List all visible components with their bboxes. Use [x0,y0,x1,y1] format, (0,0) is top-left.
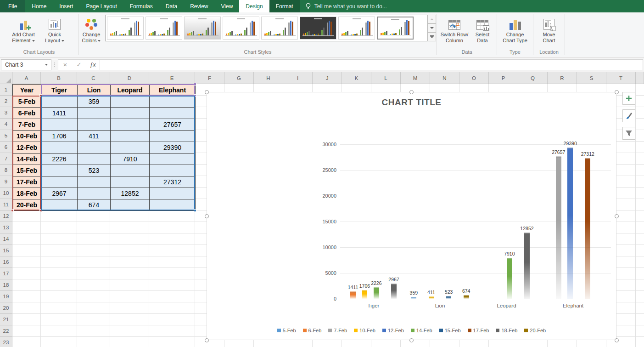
row-header-8[interactable]: 8 [0,165,12,176]
chart-legend[interactable]: 5-Feb6-Feb7-Feb10-Feb12-Feb14-Feb15-Feb1… [207,328,616,333]
table-cell[interactable]: 29390 [150,142,196,154]
column-header-N[interactable]: N [430,72,459,84]
row-header-1[interactable]: 1 [0,84,12,96]
select-data-button[interactable]: Select Data [470,15,494,44]
formula-input[interactable] [100,59,643,70]
column-header-F[interactable]: F [195,72,224,84]
column-header-E[interactable]: E [149,72,195,84]
tab-design[interactable]: Design [239,0,269,12]
cancel-button[interactable]: × [58,61,72,68]
switch-row-column-button[interactable]: Switch Row/ Column [439,15,470,44]
table-cell[interactable]: 1411 [41,108,78,119]
table-cell[interactable] [78,188,111,199]
table-cell[interactable] [111,176,150,188]
bar-12-Feb-elephant[interactable] [567,148,573,299]
gallery-more-button[interactable] [427,33,436,41]
gallery-scroll-up-button[interactable] [427,15,436,23]
table-cell[interactable] [41,199,78,211]
table-cell[interactable] [150,96,196,108]
table-cell[interactable]: 12-Feb [13,142,41,154]
bar-14-Feb-tiger[interactable] [374,287,379,299]
table-cell[interactable] [111,108,150,119]
bar-18-Feb-leopard[interactable] [524,233,530,299]
column-header-M[interactable]: M [401,72,430,84]
row-header-11[interactable]: 11 [0,199,12,210]
tab-file[interactable]: File [0,0,25,12]
table-cell[interactable] [150,165,196,176]
column-header-K[interactable]: K [342,72,371,84]
row-header-7[interactable]: 7 [0,153,12,165]
tab-view[interactable]: View [215,0,240,12]
tab-home[interactable]: Home [25,0,53,12]
row-header-19[interactable]: 19 [0,291,12,302]
range-fill-handle[interactable] [39,209,42,212]
table-cell[interactable] [41,119,78,131]
range-fill-handle[interactable] [11,209,14,212]
table-cell[interactable] [150,154,196,165]
table-cell[interactable]: 5-Feb [13,96,41,108]
table-cell[interactable] [41,142,78,154]
chart-style-thumbnail-style-3[interactable] [184,17,221,40]
column-header-C[interactable]: C [77,72,110,84]
bar-10-Feb-lion[interactable] [429,296,434,299]
chart-resize-handle[interactable] [409,338,414,342]
table-header-cell[interactable]: Elephant [150,85,196,96]
table-header-cell[interactable]: Year [13,85,41,96]
legend-item-12-Feb[interactable]: 12-Feb [382,328,404,333]
table-cell[interactable] [111,131,150,142]
row-header-3[interactable]: 3 [0,107,12,119]
chart-style-thumbnail-style-4[interactable] [223,17,259,40]
chart-resize-handle[interactable] [205,338,209,342]
table-cell[interactable]: 12852 [111,188,150,199]
row-header-20[interactable]: 20 [0,302,12,314]
chart-resize-handle[interactable] [205,90,209,94]
chart-resize-handle[interactable] [615,214,619,218]
legend-item-18-Feb[interactable]: 18-Feb [496,328,517,333]
bar-14-Feb-leopard[interactable] [507,258,512,299]
table-cell[interactable] [111,142,150,154]
chart-style-thumbnail-style-5[interactable] [261,17,298,40]
name-box[interactable]: Chart 3 [1,59,51,70]
table-cell[interactable] [78,108,111,119]
column-header-J[interactable]: J [313,72,342,84]
chart-object[interactable]: CHART TITLE 0500010000150002000025000300… [207,92,616,340]
chart-resize-handle[interactable] [615,338,619,342]
table-cell[interactable] [150,108,196,119]
change-chart-type-button[interactable]: Change Chart Type [499,15,531,44]
table-cell[interactable]: 27312 [150,176,196,188]
tab-page-layout[interactable]: Page Layout [79,0,123,12]
table-cell[interactable]: 7910 [111,154,150,165]
row-header-23[interactable]: 23 [0,337,12,347]
bar-6-Feb-tiger[interactable] [350,291,356,299]
column-header-G[interactable]: G [224,72,254,84]
enter-button[interactable]: ✓ [72,61,86,68]
legend-item-10-Feb[interactable]: 10-Feb [354,328,375,333]
change-colors-button[interactable]: Change Colors [79,15,103,44]
column-header-S[interactable]: S [577,72,606,84]
row-header-10[interactable]: 10 [0,188,12,199]
row-header-17[interactable]: 17 [0,268,12,279]
tab-review[interactable]: Review [184,0,214,12]
table-cell[interactable]: 523 [78,165,111,176]
table-cell[interactable] [111,96,150,108]
column-header-D[interactable]: D [110,72,149,84]
row-header-18[interactable]: 18 [0,279,12,291]
table-cell[interactable] [111,199,150,211]
table-header-cell[interactable]: Lion [78,85,111,96]
row-header-5[interactable]: 5 [0,130,12,142]
chart-styles-button[interactable] [622,109,635,122]
chart-elements-button[interactable] [622,92,635,105]
row-header-21[interactable]: 21 [0,314,12,325]
row-header-6[interactable]: 6 [0,142,12,153]
tell-me-search[interactable]: Tell me what you want to do... [300,0,387,12]
row-header-12[interactable]: 12 [0,210,12,222]
row-header-2[interactable]: 2 [0,96,12,107]
bar-17-Feb-elephant[interactable] [585,158,590,299]
legend-item-6-Feb[interactable]: 6-Feb [303,328,322,333]
table-cell[interactable]: 674 [78,199,111,211]
row-header-14[interactable]: 14 [0,233,12,245]
column-header-P[interactable]: P [489,72,518,84]
select-all-button[interactable] [0,72,12,84]
column-header-R[interactable]: R [548,72,577,84]
column-header-partial[interactable] [636,72,644,84]
